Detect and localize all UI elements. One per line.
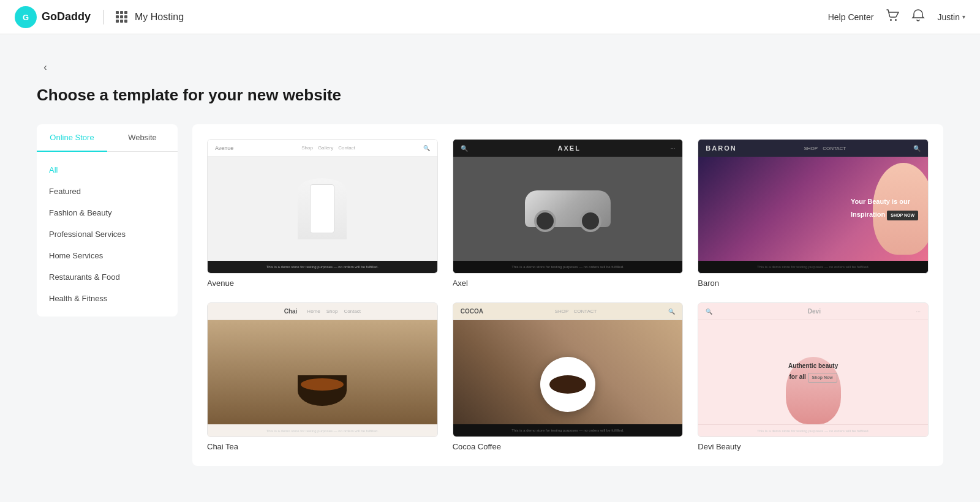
sidebar-items: All Featured Fashion & Beauty Profession… <box>37 152 178 317</box>
svg-point-3 <box>895 19 897 21</box>
tab-website[interactable]: Website <box>107 124 178 152</box>
avenue-brand: Avenue <box>215 145 233 151</box>
chai-body <box>208 320 437 424</box>
tab-online-store[interactable]: Online Store <box>37 124 107 152</box>
sidebar-item-all[interactable]: All <box>37 159 178 181</box>
template-thumb-devi: 🔍 Devi ··· Authentic beautyfor all Shop … <box>698 302 929 437</box>
axel-template-name: Axel <box>453 279 684 288</box>
template-card-avenue[interactable]: Avenue ShopGalleryContact 🔍 <box>207 139 438 288</box>
chevron-down-icon: ▾ <box>962 13 965 20</box>
avenue-header: Avenue ShopGalleryContact 🔍 <box>208 140 437 157</box>
devi-dots-icon: ··· <box>916 309 921 315</box>
sidebar-item-home[interactable]: Home Services <box>37 245 178 266</box>
header-divider <box>103 10 104 24</box>
sidebar-item-featured[interactable]: Featured <box>37 181 178 202</box>
nav-title[interactable]: My Hosting <box>135 12 184 23</box>
devi-header: 🔍 Devi ··· <box>698 303 928 320</box>
cocoa-nav: SHOP CONTACT <box>555 309 597 314</box>
sidebar-item-health[interactable]: Health & Fitness <box>37 288 178 309</box>
bell-icon[interactable] <box>911 9 925 25</box>
template-card-cocoa[interactable]: COCOA SHOP CONTACT 🔍 <box>453 302 684 451</box>
cocoa-template-name: Cocoa Coffee <box>453 442 684 451</box>
devi-tagline: Authentic beautyfor all Shop Now <box>788 362 838 383</box>
chai-header: Chai HomeShopContact <box>208 303 437 320</box>
header-right: Help Center Justin ▾ <box>828 9 965 25</box>
template-card-axel[interactable]: 🔍 AXEL ··· This is a demo store for test… <box>453 139 684 288</box>
sidebar: Online Store Website All Featured Fashio… <box>37 124 178 317</box>
user-menu[interactable]: Justin ▾ <box>937 12 965 22</box>
avenue-nav: ShopGalleryContact <box>301 145 355 151</box>
sidebar-item-professional[interactable]: Professional Services <box>37 223 178 245</box>
page-title: Choose a template for your new website <box>37 86 943 105</box>
template-card-chai[interactable]: Chai HomeShopContact <box>207 302 438 451</box>
godaddy-logo-icon: G <box>15 6 37 28</box>
template-card-devi[interactable]: 🔍 Devi ··· Authentic beautyfor all Shop … <box>698 302 929 451</box>
sidebar-tabs: Online Store Website <box>37 124 178 152</box>
baron-nav: SHOPCONTACT <box>804 146 846 151</box>
cocoa-powder <box>549 375 586 394</box>
axel-body <box>453 157 683 261</box>
sidebar-item-restaurants[interactable]: Restaurants & Food <box>37 266 178 288</box>
baron-header: BARON SHOPCONTACT 🔍 <box>698 140 928 157</box>
baron-footer: This is a demo store for testing purpose… <box>698 261 928 273</box>
avenue-body <box>208 157 437 261</box>
svg-text:G: G <box>23 13 29 22</box>
cart-icon[interactable] <box>886 9 899 25</box>
template-thumb-axel: 🔍 AXEL ··· This is a demo store for test… <box>453 139 684 274</box>
cocoa-body <box>453 320 683 424</box>
devi-template-name: Devi Beauty <box>698 442 929 451</box>
templates-area: Avenue ShopGalleryContact 🔍 <box>192 124 943 466</box>
baron-brand: BARON <box>706 144 736 152</box>
axel-brand: AXEL <box>558 144 581 152</box>
cocoa-footer: This is a demo store for testing purpose… <box>453 424 683 436</box>
axel-search-icon: 🔍 <box>461 145 468 152</box>
cocoa-brand: COCOA <box>461 308 483 315</box>
cocoa-plate <box>540 357 595 412</box>
help-center-link[interactable]: Help Center <box>828 12 874 22</box>
avenue-search-icon: 🔍 <box>423 145 430 151</box>
template-thumb-cocoa: COCOA SHOP CONTACT 🔍 <box>453 302 684 437</box>
cocoa-search-icon: 🔍 <box>668 309 675 315</box>
baron-template-name: Baron <box>698 279 929 288</box>
baron-tagline: Your Beauty is ourInspiration SHOP NOW <box>851 197 918 220</box>
user-name: Justin <box>937 12 960 22</box>
grid-icon[interactable] <box>116 11 127 23</box>
template-thumb-chai: Chai HomeShopContact <box>207 302 438 437</box>
avenue-footer: This is a demo store for testing purpose… <box>208 261 437 273</box>
devi-search-icon: 🔍 <box>706 309 712 315</box>
axel-footer: This is a demo store for testing purpose… <box>453 261 683 273</box>
avenue-template-name: Avenue <box>207 279 438 288</box>
back-button[interactable]: ‹ <box>37 59 54 76</box>
baron-body: Your Beauty is ourInspiration SHOP NOW <box>698 157 928 261</box>
devi-cta: Shop Now <box>808 373 837 383</box>
car-visual <box>525 190 611 227</box>
chai-liquid <box>301 378 344 391</box>
baron-search-icon: 🔍 <box>913 145 921 152</box>
axel-header: 🔍 AXEL ··· <box>453 140 683 157</box>
chai-template-name: Chai Tea <box>207 442 438 451</box>
axel-dots-icon: ··· <box>671 145 676 151</box>
page: ‹ Choose a template for your new website… <box>0 34 980 490</box>
templates-grid: Avenue ShopGalleryContact 🔍 <box>207 139 929 451</box>
chai-nav: HomeShopContact <box>307 309 361 314</box>
devi-body: Authentic beautyfor all Shop Now <box>698 320 928 424</box>
svg-point-2 <box>890 19 892 21</box>
content-area: Online Store Website All Featured Fashio… <box>37 124 943 466</box>
template-card-baron[interactable]: BARON SHOPCONTACT 🔍 Your Beauty is ourIn… <box>698 139 929 288</box>
devi-footer: This is a demo store for testing purpose… <box>698 424 928 436</box>
logo[interactable]: G GoDaddy <box>15 6 91 28</box>
chai-footer: This is a demo store for testing purpose… <box>208 424 437 436</box>
chai-brand: Chai <box>284 308 298 315</box>
header-left: G GoDaddy My Hosting <box>15 6 184 28</box>
header: G GoDaddy My Hosting Help Center <box>0 0 980 34</box>
template-thumb-baron: BARON SHOPCONTACT 🔍 Your Beauty is ourIn… <box>698 139 929 274</box>
baron-cta: SHOP NOW <box>887 211 918 220</box>
logo-text: GoDaddy <box>42 10 91 23</box>
sidebar-item-fashion[interactable]: Fashion & Beauty <box>37 202 178 223</box>
cocoa-header: COCOA SHOP CONTACT 🔍 <box>453 303 683 320</box>
template-thumb-avenue: Avenue ShopGalleryContact 🔍 <box>207 139 438 274</box>
devi-brand: Devi <box>808 308 821 315</box>
